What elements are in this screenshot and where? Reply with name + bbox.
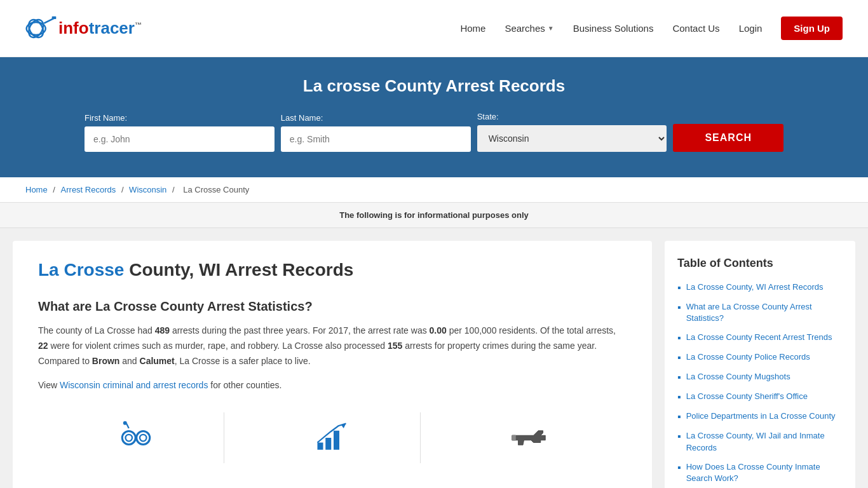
property-count: 155 <box>388 341 402 351</box>
toc-item: How Does La Crosse County Inmate Search … <box>677 461 843 484</box>
login-button[interactable]: Login <box>739 23 763 34</box>
logo[interactable]: infotracer™ <box>25 13 142 44</box>
main-content: La Crosse County, WI Arrest Records What… <box>0 228 868 488</box>
nav-contact-us[interactable]: Contact Us <box>672 23 719 34</box>
state-select[interactable]: Alabama Alaska Arizona Arkansas Californ… <box>477 125 667 152</box>
toc-item: What are La Crosse County Arrest Statist… <box>677 301 843 324</box>
county2: Calumet <box>140 356 175 366</box>
logo-text: infotracer™ <box>58 18 142 38</box>
breadcrumb-arrest-records[interactable]: Arrest Records <box>61 185 116 194</box>
wisconsin-records-link[interactable]: Wisconsin criminal and arrest records <box>60 380 208 390</box>
toc-link-8[interactable]: How Does La Crosse County Inmate Search … <box>686 461 843 484</box>
last-name-input[interactable] <box>281 126 471 152</box>
info-notice: The following is for informational purpo… <box>0 203 868 228</box>
breadcrumb: Home / Arrest Records / Wisconsin / La C… <box>0 177 868 203</box>
search-button[interactable]: SEARCH <box>673 124 783 152</box>
article: La Crosse County, WI Arrest Records What… <box>13 241 652 488</box>
nav-business-solutions[interactable]: Business Solutions <box>573 23 654 34</box>
toc-item: La Crosse County, WI Arrest Records <box>677 281 843 294</box>
breadcrumb-wisconsin[interactable]: Wisconsin <box>129 185 166 194</box>
toc-item: La Crosse County Sheriff's Office <box>677 391 843 403</box>
icon-stats <box>244 412 421 463</box>
county1: Brown <box>92 356 120 366</box>
breadcrumb-current: La Crosse County <box>183 185 249 194</box>
state-group: State: Alabama Alaska Arizona Arkansas C… <box>477 112 667 152</box>
first-name-group: First Name: <box>85 113 275 152</box>
svg-point-9 <box>140 435 147 442</box>
nav-searches[interactable]: Searches ▼ <box>505 23 553 34</box>
toc-link-4[interactable]: La Crosse County Mugshots <box>686 371 790 383</box>
handcuffs-icon <box>117 419 155 457</box>
gun-icon <box>510 419 548 457</box>
sidebar-toc: Table of Contents La Crosse County, WI A… <box>665 241 855 488</box>
stats-paragraph: The county of La Crosse had 489 arrests … <box>38 323 627 369</box>
svg-rect-14 <box>334 431 339 450</box>
svg-rect-4 <box>52 16 57 18</box>
svg-point-5 <box>122 431 135 445</box>
main-nav: Home Searches ▼ Business Solutions Conta… <box>460 17 843 40</box>
header: infotracer™ Home Searches ▼ Business Sol… <box>0 0 868 57</box>
first-name-label: First Name: <box>85 113 127 123</box>
state-label: State: <box>477 112 499 121</box>
toc-item: Police Departments in La Crosse County <box>677 410 843 423</box>
icon-arrest <box>48 412 224 463</box>
svg-rect-16 <box>512 435 515 441</box>
svg-line-10 <box>126 424 129 429</box>
toc-link-6[interactable]: Police Departments in La Crosse County <box>686 410 836 422</box>
view-paragraph: View Wisconsin criminal and arrest recor… <box>38 378 627 393</box>
svg-rect-13 <box>326 438 332 450</box>
toc-link-2[interactable]: La Crosse County Recent Arrest Trends <box>686 332 832 343</box>
last-name-group: Last Name: <box>281 113 471 152</box>
svg-point-2 <box>26 17 46 40</box>
last-name-label: Last Name: <box>281 113 323 123</box>
article-title: La Crosse County, WI Arrest Records <box>38 260 627 280</box>
toc-link-5[interactable]: La Crosse County Sheriff's Office <box>686 391 808 402</box>
toc-heading: Table of Contents <box>677 257 843 270</box>
icons-row <box>38 406 627 463</box>
violent-count: 22 <box>38 341 48 351</box>
toc-item: La Crosse County Recent Arrest Trends <box>677 332 843 344</box>
stats-heading: What are La Crosse County Arrest Statist… <box>38 299 627 314</box>
toc-link-1[interactable]: What are La Crosse County Arrest Statist… <box>686 301 843 324</box>
svg-point-8 <box>125 435 132 442</box>
hero-title: La crosse County Arrest Records <box>25 76 843 96</box>
hero-section: La crosse County Arrest Records First Na… <box>0 57 868 177</box>
svg-point-11 <box>123 421 127 425</box>
toc-item: La Crosse County Police Records <box>677 351 843 363</box>
article-title-highlight: La Crosse <box>38 260 124 280</box>
article-title-rest: County, WI Arrest Records <box>124 260 353 280</box>
chart-icon <box>313 419 351 457</box>
toc-item: La Crosse County, WI Jail and Inmate Rec… <box>677 430 843 453</box>
svg-rect-12 <box>318 443 323 450</box>
toc-item: La Crosse County Mugshots <box>677 371 843 383</box>
toc-link-7[interactable]: La Crosse County, WI Jail and Inmate Rec… <box>686 430 843 453</box>
search-form: First Name: Last Name: State: Alabama Al… <box>85 112 783 152</box>
first-name-input[interactable] <box>85 126 275 152</box>
arrest-rate: 0.00 <box>430 325 447 336</box>
icon-police <box>440 412 617 463</box>
svg-point-6 <box>137 431 150 445</box>
signup-button[interactable]: Sign Up <box>781 17 843 40</box>
nav-home[interactable]: Home <box>460 23 485 34</box>
toc-link-0[interactable]: La Crosse County, WI Arrest Records <box>686 281 824 293</box>
chevron-down-icon: ▼ <box>548 25 554 32</box>
breadcrumb-home[interactable]: Home <box>25 185 48 194</box>
arrests-count: 489 <box>155 325 170 336</box>
toc-link-3[interactable]: La Crosse County Police Records <box>686 351 810 363</box>
toc-list: La Crosse County, WI Arrest Records What… <box>677 281 843 484</box>
